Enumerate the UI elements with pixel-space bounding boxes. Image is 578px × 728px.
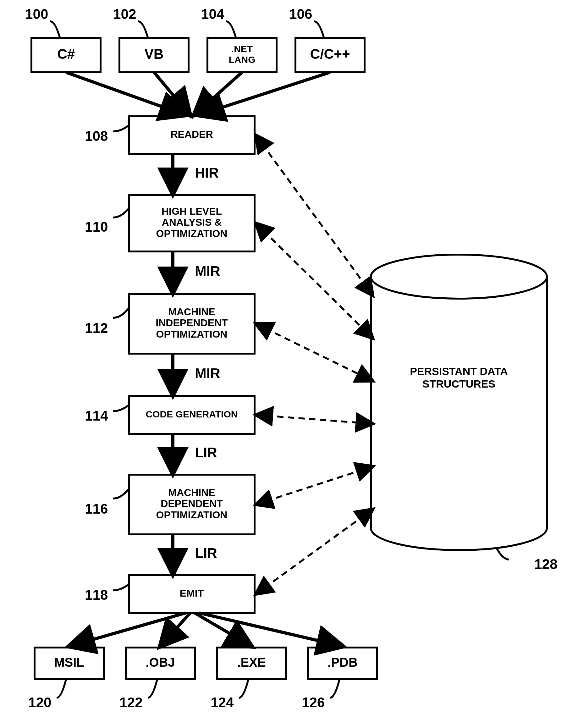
input-cc-label: C/C++ [310,46,350,61]
output-pdb-label: .PDB [327,655,358,669]
datastore-label: PERSISTANT DATA [410,365,508,377]
svg-rect-27 [371,277,547,528]
ref-120: 120 [28,695,51,710]
edge-label-mir-2: MIR [195,366,220,381]
input-netlang-label: LANG [229,54,256,65]
ref-118: 118 [85,587,108,603]
edge-label-mir-1: MIR [195,263,220,279]
output-exe: .EXE [217,648,286,679]
stage-110-label: HIGH LEVEL [162,206,222,217]
output-obj-label: .OBJ [146,655,175,669]
ref-122: 122 [120,695,142,710]
stage-114-label: CODE GENERATION [146,409,238,419]
output-obj: .OBJ [126,648,195,679]
ref-106: 106 [289,6,312,22]
input-netlang: .NETLANG [207,38,277,72]
input-cc: C/C++ [295,38,365,72]
svg-line-33 [256,324,373,381]
ref-110: 110 [85,219,108,234]
stage-114: CODE GENERATION [129,396,255,434]
ref-108: 108 [85,128,108,144]
stage-118: EMIT [129,575,255,613]
ref-116: 116 [85,501,108,516]
stage-116: MACHINEDEPENDENTOPTIMIZATION [129,475,255,535]
output-msil: MSIL [34,648,104,679]
stage-108: READER [129,116,255,154]
svg-line-34 [256,415,373,424]
ref-112: 112 [85,320,108,336]
input-vb-label: VB [144,46,163,61]
edge-label-hir-0: HIR [195,165,219,180]
edge-label-lir-3: LIR [195,445,217,460]
input-netlang-label: .NET [231,44,253,54]
stage-112-label: OPTIMIZATION [156,329,228,340]
ref-102: 102 [113,6,136,22]
output-exe-label: .EXE [237,655,266,669]
stage-110: HIGH LEVELANALYSIS &OPTIMIZATION [129,195,255,252]
ref-124: 124 [211,695,234,710]
svg-line-32 [256,223,373,338]
stage-116-label: MACHINE [168,487,215,498]
compiler-pipeline-diagram: C#VB.NETLANGC/C++100102104106READERHIGH … [0,0,578,728]
edge-label-lir-4: LIR [195,545,217,561]
stage-116-label: DEPENDENT [161,498,223,509]
svg-line-10 [66,72,185,115]
input-c: C# [31,38,101,72]
ref-126: 126 [302,695,325,710]
datastore-label2: STRUCTURES [422,378,495,390]
ref-128: 128 [534,556,557,572]
output-msil-label: MSIL [54,655,84,669]
ref-104: 104 [201,6,225,22]
stage-116-label: OPTIMIZATION [156,509,228,521]
stage-110-label: OPTIMIZATION [156,228,228,239]
stage-108-label: READER [170,129,213,140]
svg-line-31 [256,135,373,295]
ref-100: 100 [25,6,48,22]
input-c-label: C# [57,46,75,61]
stage-112-label: MACHINE [168,306,215,317]
output-pdb: .PDB [308,648,377,679]
svg-point-30 [371,255,547,298]
stage-112: MACHINEINDEPENDENTOPTIMIZATION [129,294,255,354]
stage-110-label: ANALYSIS & [162,216,222,228]
datastore: PERSISTANT DATASTRUCTURES [371,255,547,550]
stage-118-label: EMIT [180,588,204,599]
svg-line-35 [256,466,373,504]
svg-line-23 [69,613,186,646]
stage-112-label: INDEPENDENT [156,317,228,329]
svg-line-36 [256,509,373,594]
input-vb: VB [120,38,189,72]
ref-114: 114 [85,408,108,423]
